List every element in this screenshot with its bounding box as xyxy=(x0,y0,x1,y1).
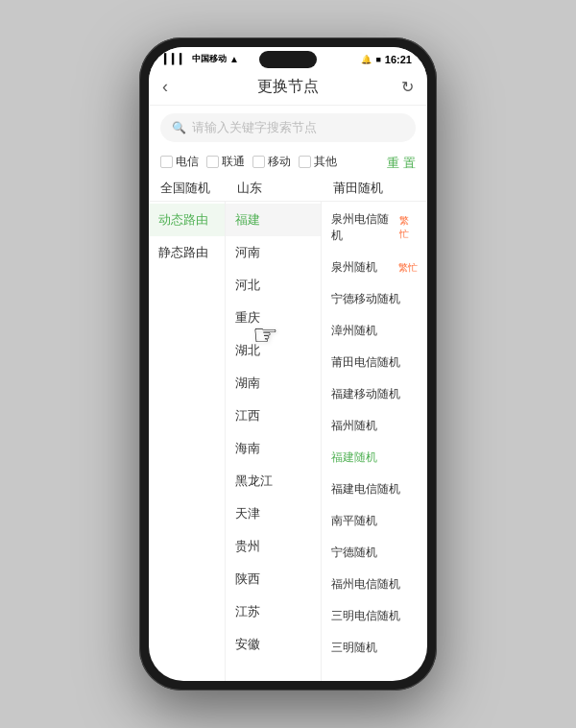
refresh-button[interactable]: ↻ xyxy=(391,78,414,96)
reset-button[interactable]: 重 置 xyxy=(387,156,416,171)
filter-telecom-label: 电信 xyxy=(176,154,199,170)
right-item-label: 三明随机 xyxy=(331,640,377,656)
carrier-text: 中国移动 xyxy=(192,53,227,65)
right-item-label: 莆田电信随机 xyxy=(331,354,400,371)
right-item-label: 福州随机 xyxy=(331,418,377,434)
list-item[interactable]: 宁德移动随机 xyxy=(322,283,427,315)
filter-other[interactable]: 其他 xyxy=(299,154,337,170)
search-bar: 🔍 请输入关键字搜索节点 xyxy=(149,106,427,150)
battery-icon: ■ xyxy=(375,55,380,64)
right-item-label: 福建随机 xyxy=(331,449,377,466)
right-item-label: 福建电信随机 xyxy=(331,481,400,497)
list-item[interactable]: 福州随机 xyxy=(322,410,427,442)
list-item[interactable]: 贵州 xyxy=(226,530,321,563)
checkbox-other[interactable] xyxy=(299,156,311,168)
right-item-label: 南平随机 xyxy=(331,513,377,529)
list-item[interactable]: 安徽 xyxy=(226,628,321,661)
mid-item-fujian[interactable]: 福建 xyxy=(226,204,321,236)
col-header-right: 莆田随机 xyxy=(333,180,416,197)
list-item[interactable]: 天津 xyxy=(226,497,321,530)
checkbox-telecom[interactable] xyxy=(160,156,173,168)
right-item-label: 宁德移动随机 xyxy=(331,291,400,307)
list-item[interactable]: 福建电信随机 xyxy=(322,473,427,505)
list-item[interactable]: 福建移动随机 xyxy=(322,378,427,410)
list-item[interactable]: 三明电信随机 xyxy=(322,600,427,632)
checkbox-mobile[interactable] xyxy=(252,156,265,168)
filter-telecom[interactable]: 电信 xyxy=(160,154,199,170)
header: ‹ 更换节点 ↻ xyxy=(149,69,427,106)
list-item[interactable]: 湖南 xyxy=(226,367,321,400)
list-item[interactable]: 江西 xyxy=(226,400,321,432)
right-item-label: 泉州随机 xyxy=(331,259,377,276)
filter-mobile-label: 移动 xyxy=(268,154,291,170)
status-right: 🔔 ■ 16:21 xyxy=(361,54,412,65)
right-column: 泉州电信随机 繁忙 泉州随机 繁忙 宁德移动随机 漳州随机 莆田电信随机 xyxy=(322,202,427,681)
busy-tag: 繁忙 xyxy=(399,214,418,241)
phone-frame: ▎▎▎ 中国移动 ▲ 🔔 ■ 16:21 ‹ 更换节点 ↻ 🔍 请输入关键字搜索… xyxy=(139,37,437,691)
list-item[interactable]: 海南 xyxy=(226,432,321,465)
left-column: 动态路由 静态路由 xyxy=(149,202,226,681)
col-header-left: 全国随机 xyxy=(160,180,237,197)
list-item[interactable]: 南平随机 xyxy=(322,505,427,537)
right-item-label: 福州电信随机 xyxy=(331,576,400,593)
time-display: 16:21 xyxy=(385,54,412,65)
back-button[interactable]: ‹ xyxy=(162,77,185,97)
col-header-mid: 山东 xyxy=(237,180,333,197)
right-item-label: 泉州电信随机 xyxy=(331,211,397,244)
list-item[interactable]: 江苏 xyxy=(226,595,321,628)
right-item-label: 三明电信随机 xyxy=(331,608,400,624)
filter-other-label: 其他 xyxy=(314,154,337,170)
list-item[interactable]: 三明随机 xyxy=(322,632,427,664)
list-item[interactable]: 重庆 xyxy=(226,302,321,334)
wifi-icon: ▲ xyxy=(229,54,239,64)
list-item[interactable]: 福州电信随机 xyxy=(322,569,427,600)
filter-unicom[interactable]: 联通 xyxy=(206,154,245,170)
search-placeholder: 请输入关键字搜索节点 xyxy=(192,119,317,136)
checkbox-unicom[interactable] xyxy=(206,156,219,168)
right-item-label: 宁德随机 xyxy=(331,545,377,561)
page-title: 更换节点 xyxy=(185,77,391,97)
filter-mobile[interactable]: 移动 xyxy=(252,154,291,170)
content-area: 全国随机 山东 莆田随机 动态路由 静态路由 福建 河南 河北 重庆 湖北 湖南 xyxy=(149,176,427,681)
list-item[interactable]: 泉州电信随机 繁忙 xyxy=(322,204,427,252)
list-item[interactable]: 漳州随机 xyxy=(322,315,427,347)
list-item-fujian-random[interactable]: 福建随机 xyxy=(322,442,427,473)
list-item[interactable]: 河南 xyxy=(226,236,321,269)
left-item-dynamic[interactable]: 动态路由 xyxy=(149,204,225,236)
list-item[interactable]: 河北 xyxy=(226,269,321,302)
right-item-label: 漳州随机 xyxy=(331,323,377,339)
list-item[interactable]: 陕西 xyxy=(226,563,321,595)
busy-tag: 繁忙 xyxy=(398,261,418,275)
list-header: 全国随机 山东 莆田随机 xyxy=(149,176,427,202)
camera-notch xyxy=(259,51,317,68)
list-item[interactable]: 黑龙江 xyxy=(226,465,321,497)
list-item[interactable]: 宁德随机 xyxy=(322,537,427,569)
list-item[interactable]: 泉州随机 繁忙 xyxy=(322,252,427,283)
search-icon: 🔍 xyxy=(172,121,186,134)
filter-row: 电信 联通 移动 其他 重 置 xyxy=(149,150,427,176)
filter-unicom-label: 联通 xyxy=(222,154,245,170)
notification-icon: 🔔 xyxy=(361,55,372,64)
phone-screen: ▎▎▎ 中国移动 ▲ 🔔 ■ 16:21 ‹ 更换节点 ↻ 🔍 请输入关键字搜索… xyxy=(149,47,427,681)
list-item[interactable]: 莆田电信随机 xyxy=(322,347,427,378)
right-item-label: 福建移动随机 xyxy=(331,386,400,402)
mid-column: 福建 河南 河北 重庆 湖北 湖南 江西 海南 黑龙江 天津 贵州 陕西 江苏 … xyxy=(226,202,322,681)
left-item-static[interactable]: 静态路由 xyxy=(149,236,225,269)
status-left: ▎▎▎ 中国移动 ▲ xyxy=(164,53,239,65)
search-input-wrap[interactable]: 🔍 请输入关键字搜索节点 xyxy=(160,113,416,142)
list-item[interactable]: 湖北 xyxy=(226,334,321,367)
list-body: 动态路由 静态路由 福建 河南 河北 重庆 湖北 湖南 江西 海南 黑龙江 天津… xyxy=(149,202,427,681)
signal-icon: ▎▎▎ xyxy=(164,54,187,64)
